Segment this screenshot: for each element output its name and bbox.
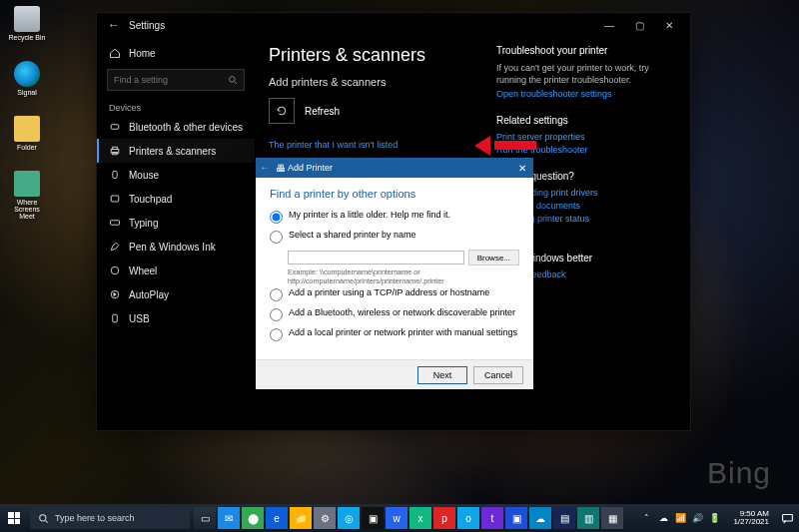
sidebar-item-label: USB [129,313,150,324]
related-link[interactable]: Run the troubleshooter [496,145,676,155]
desktop-icon-where-screens[interactable]: Where Screens Meet [6,171,48,220]
option-bluetooth-label[interactable]: Add a Bluetooth, wireless or network dis… [289,307,515,318]
taskbar-app[interactable]: ▣ [362,507,384,529]
tray-chevron-icon[interactable]: ˄ [639,511,653,525]
next-button[interactable]: Next [417,366,467,384]
taskbar-app[interactable]: x [409,507,431,529]
tray-onedrive-icon[interactable]: ☁ [656,511,670,525]
usb-icon [109,312,121,324]
desktop-icon-signal[interactable]: Signal [6,61,48,96]
svg-rect-10 [113,314,118,322]
sidebar-item-label: Printers & scanners [129,146,216,157]
wheel-icon [109,265,121,276]
svg-point-0 [230,77,236,83]
taskbar-app[interactable]: ⚙ [314,507,336,529]
troubleshoot-link[interactable]: Open troubleshooter settings [496,89,676,99]
svg-point-11 [40,514,46,520]
option-older-printer-label[interactable]: My printer is a little older. Help me fi… [289,210,450,221]
taskbar-app[interactable]: ◎ [338,507,360,529]
sidebar-item-label: Pen & Windows Ink [129,242,216,253]
cancel-button[interactable]: Cancel [473,366,523,384]
tray-battery-icon[interactable]: 🔋 [707,511,721,525]
printer-icon: 🖶 [274,163,288,174]
minimize-button[interactable]: — [594,15,624,35]
svg-rect-12 [782,514,792,521]
refresh-button-box[interactable] [269,98,295,124]
sidebar-section-label: Devices [97,97,255,115]
option-shared-printer-label[interactable]: Select a shared printer by name [289,230,416,241]
settings-titlebar[interactable]: ← Settings — ▢ ✕ [97,13,690,37]
taskbar-app[interactable]: ▦ [601,507,623,529]
maximize-button[interactable]: ▢ [624,15,654,35]
troubleshoot-title: Troubleshoot your printer [496,45,676,56]
taskbar: Type here to search ▭ ✉ ⬤ e 📁 ⚙ ◎ ▣ w x … [0,504,799,532]
sidebar-item-printers[interactable]: Printers & scanners [97,139,255,163]
taskbar-app[interactable]: ▣ [505,507,527,529]
sidebar-item-pen[interactable]: Pen & Windows Ink [97,235,255,259]
option-bluetooth-radio[interactable] [270,308,283,321]
sidebar-item-touchpad[interactable]: Touchpad [97,187,255,211]
dialog-back-icon[interactable]: ← [256,163,274,173]
taskbar-app[interactable]: w [386,507,407,529]
action-center-button[interactable] [775,504,799,532]
related-link[interactable]: Print server properties [496,132,676,142]
printer-icon [109,145,121,157]
page-subheading: Add printers & scanners [269,76,478,88]
sidebar-home[interactable]: Home [97,41,255,65]
sidebar-item-bluetooth[interactable]: Bluetooth & other devices [97,115,255,139]
option-manual-label[interactable]: Add a local printer or network printer w… [289,327,517,338]
taskbar-app[interactable]: o [457,507,479,529]
taskbar-app[interactable]: ▤ [553,507,575,529]
taskbar-app[interactable]: ⬤ [242,507,264,529]
taskbar-app[interactable]: 📁 [290,507,312,529]
taskbar-search[interactable]: Type here to search [30,507,190,529]
page-title: Printers & scanners [269,45,478,66]
desktop-icon-recycle-bin[interactable]: Recycle Bin [6,6,48,41]
taskbar-app[interactable]: ✉ [218,507,240,529]
sidebar-item-autoplay[interactable]: AutoPlay [97,282,255,306]
system-tray: ˄ ☁ 📶 🔊 🔋 [633,511,727,525]
taskbar-clock[interactable]: 9:50 AM 1/27/2021 [727,510,775,526]
refresh-label: Refresh [305,106,340,117]
desktop-icons: Recycle Bin Signal Folder Where Screens … [6,6,48,220]
tray-network-icon[interactable]: 📶 [673,511,687,525]
option-tcpip-label[interactable]: Add a printer using a TCP/IP address or … [289,287,489,298]
start-button[interactable] [0,504,28,532]
svg-rect-7 [111,221,120,226]
taskbar-app[interactable]: t [481,507,503,529]
settings-search-input[interactable] [114,75,228,85]
option-older-printer-radio[interactable] [270,211,283,224]
taskbar-app[interactable]: p [433,507,455,529]
sidebar-item-label: AutoPlay [129,289,169,300]
printer-not-listed-link[interactable]: The printer that I want isn't listed [269,140,478,150]
tray-volume-icon[interactable]: 🔊 [690,511,704,525]
taskbar-app[interactable]: ☁ [529,507,551,529]
sidebar-item-mouse[interactable]: Mouse [97,163,255,187]
option-tcpip-radio[interactable] [270,288,283,301]
sidebar-item-wheel[interactable]: Wheel [97,259,255,282]
browse-button[interactable]: Browse... [468,250,519,266]
taskbar-app[interactable]: e [266,507,288,529]
settings-search[interactable] [107,69,245,91]
mouse-icon [109,169,121,181]
folder-icon [14,116,40,142]
dialog-close-button[interactable]: ✕ [511,163,533,174]
dialog-titlebar[interactable]: ← 🖶 Add Printer ✕ [256,158,533,178]
taskbar-app[interactable]: ▥ [577,507,599,529]
close-button[interactable]: ✕ [654,15,684,35]
option-shared-printer-radio[interactable] [270,231,283,244]
dialog-heading: Find a printer by other options [270,188,519,200]
sidebar-item-label: Mouse [129,170,159,181]
sidebar-item-usb[interactable]: USB [97,306,255,330]
back-button[interactable]: ← [103,18,125,32]
sidebar-item-typing[interactable]: Typing [97,211,255,235]
search-icon [228,75,238,85]
option-manual-radio[interactable] [270,328,283,341]
svg-rect-3 [113,147,118,149]
desktop-icon-folder[interactable]: Folder [6,116,48,151]
task-view-button[interactable]: ▭ [194,507,216,529]
desktop-icon-label: Where Screens Meet [6,199,48,220]
shared-printer-example: Example: \\computername\printername or h… [288,268,519,285]
sidebar-item-label: Typing [129,218,158,229]
shared-printer-name-input[interactable] [288,251,464,265]
